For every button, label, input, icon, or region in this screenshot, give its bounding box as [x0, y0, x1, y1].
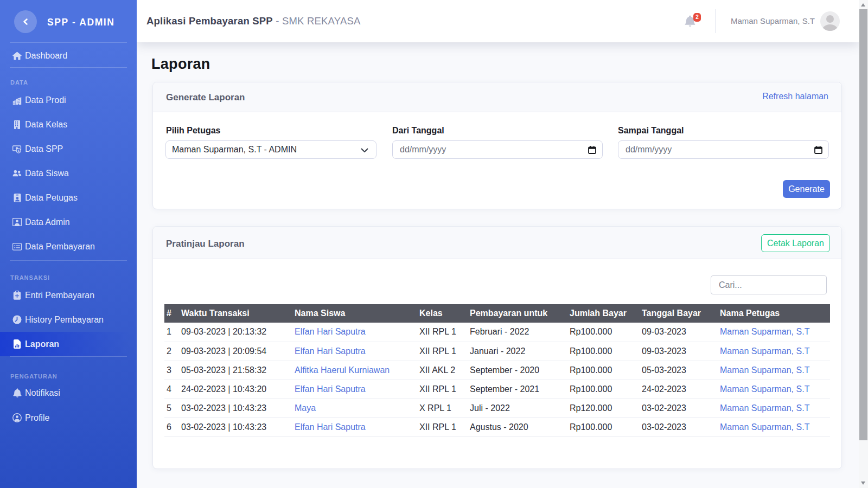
svg-text:$: $ — [17, 149, 20, 152]
